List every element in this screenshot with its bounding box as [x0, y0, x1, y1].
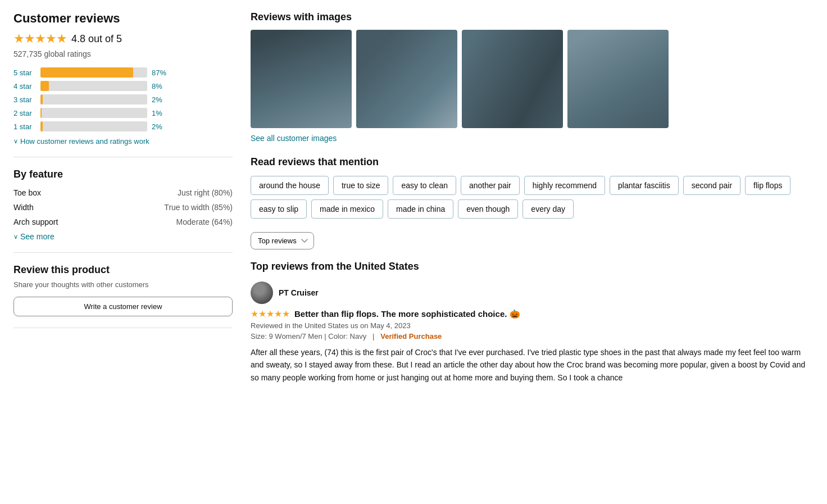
rating-bar-track	[40, 121, 147, 131]
write-review-button[interactable]: Write a customer review	[13, 297, 233, 316]
feature-value: Moderate (64%)	[176, 217, 233, 226]
review-tag[interactable]: made in mexico	[311, 199, 383, 219]
review-image-2[interactable]	[356, 30, 457, 128]
stars-display: ★★★★★	[13, 31, 67, 46]
rating-bar-track	[40, 81, 147, 91]
divider-2	[13, 252, 233, 253]
reviews-images-title: Reviews with images	[251, 11, 814, 23]
review-tag[interactable]: easy to clean	[393, 176, 456, 195]
rating-bar-label[interactable]: 4 star	[13, 82, 36, 90]
features-container: Toe boxJust right (80%)WidthTrue to widt…	[13, 188, 233, 226]
verified-badge: Verified Purchase	[380, 332, 442, 340]
rating-bar-fill	[40, 81, 49, 91]
review-headline: Better than flip flops. The more sophist…	[294, 309, 520, 319]
rating-bar-pct[interactable]: 1%	[152, 109, 169, 117]
review-tag[interactable]: plantar fasciitis	[610, 176, 679, 195]
rating-bar-fill	[40, 121, 43, 131]
rating-bar-row: 1 star2%	[13, 121, 233, 131]
reviewer-row: PT Cruiser	[251, 281, 814, 304]
review-tag[interactable]: easy to slip	[251, 199, 307, 219]
review-meta-detail: Size: 9 Women/7 Men | Color: Navy | Veri…	[251, 332, 814, 340]
review-tag[interactable]: even though	[458, 199, 518, 219]
review-tag[interactable]: made in china	[388, 199, 453, 219]
rating-bar-label[interactable]: 1 star	[13, 122, 36, 131]
rating-bar-row: 5 star87%	[13, 67, 233, 78]
rating-bar-fill	[40, 108, 42, 118]
review-stars-row: ★★★★★ Better than flip flops. The more s…	[251, 308, 814, 319]
global-ratings: 527,735 global ratings	[13, 49, 233, 58]
review-image-3[interactable]	[462, 30, 563, 128]
review-tag[interactable]: around the house	[251, 176, 329, 195]
review-tag[interactable]: second pair	[683, 176, 740, 195]
customer-reviews-title: Customer reviews	[13, 11, 233, 26]
chevron-down-icon: ∨	[13, 233, 18, 240]
review-meta: Reviewed in the United States us on May …	[251, 321, 814, 330]
sort-dropdown[interactable]: Top reviewsMost recent	[251, 232, 314, 249]
rating-bar-label[interactable]: 3 star	[13, 96, 36, 104]
review-item: PT Cruiser ★★★★★ Better than flip flops.…	[251, 281, 814, 384]
top-reviews-title: Top reviews from the United States	[251, 261, 814, 273]
see-more-link[interactable]: ∨ See more	[13, 232, 233, 241]
divider-3	[13, 328, 233, 328]
review-this-title: Review this product	[13, 264, 233, 276]
rating-bar-track	[40, 67, 147, 78]
review-this-sub: Share your thoughts with other customers	[13, 280, 233, 289]
rating-bar-row: 2 star1%	[13, 108, 233, 118]
rating-bar-label[interactable]: 5 star	[13, 69, 36, 77]
feature-row: Arch supportModerate (64%)	[13, 217, 233, 226]
feature-name: Arch support	[13, 217, 58, 226]
overall-rating-row: ★★★★★ 4.8 out of 5	[13, 31, 233, 46]
reviewer-name: PT Cruiser	[279, 288, 319, 297]
rating-bar-track	[40, 108, 147, 118]
divider-1	[13, 157, 233, 157]
right-panel: Reviews with images See all customer ima…	[251, 11, 814, 384]
rating-bar-pct[interactable]: 2%	[152, 122, 169, 131]
rating-bar-pct[interactable]: 8%	[152, 82, 169, 90]
review-tag[interactable]: another pair	[461, 176, 520, 195]
review-tag[interactable]: true to size	[333, 176, 388, 195]
feature-row: Toe boxJust right (80%)	[13, 188, 233, 197]
review-tags-grid: around the housetrue to sizeeasy to clea…	[251, 176, 814, 219]
review-tag[interactable]: every day	[522, 199, 574, 219]
feature-name: Toe box	[13, 188, 41, 197]
avatar	[251, 281, 273, 304]
rating-bar-track	[40, 94, 147, 105]
review-tag[interactable]: highly recommend	[524, 176, 605, 195]
feature-value: True to width (85%)	[164, 203, 233, 212]
chevron-down-icon: ∨	[13, 138, 18, 145]
feature-value: Just right (80%)	[178, 188, 233, 197]
rating-bar-row: 3 star2%	[13, 94, 233, 105]
review-image-1[interactable]	[251, 30, 352, 128]
how-ratings-link[interactable]: ∨ How customer reviews and ratings work	[13, 137, 233, 146]
left-panel: Customer reviews ★★★★★ 4.8 out of 5 527,…	[13, 11, 233, 384]
rating-bar-fill	[40, 67, 133, 78]
review-images-row	[251, 30, 814, 128]
rating-bar-pct[interactable]: 87%	[152, 69, 169, 77]
rating-bar-pct[interactable]: 2%	[152, 96, 169, 104]
rating-bar-fill	[40, 94, 43, 105]
rating-bar-label[interactable]: 2 star	[13, 109, 36, 117]
review-stars: ★★★★★	[251, 308, 290, 319]
rating-bar-row: 4 star8%	[13, 81, 233, 91]
see-all-images-link[interactable]: See all customer images	[251, 134, 337, 143]
sort-dropdown-row: Top reviewsMost recent	[251, 232, 814, 249]
review-body: After all these years, (74) this is the …	[251, 346, 814, 384]
rating-value: 4.8 out of 5	[71, 33, 122, 45]
feature-row: WidthTrue to width (85%)	[13, 203, 233, 212]
rating-bars-container: 5 star87%4 star8%3 star2%2 star1%1 star2…	[13, 67, 233, 131]
review-tag[interactable]: flip flops	[745, 176, 790, 195]
by-feature-title: By feature	[13, 169, 233, 180]
review-image-4[interactable]	[567, 30, 669, 128]
feature-name: Width	[13, 203, 34, 212]
read-reviews-title: Read reviews that mention	[251, 156, 814, 168]
